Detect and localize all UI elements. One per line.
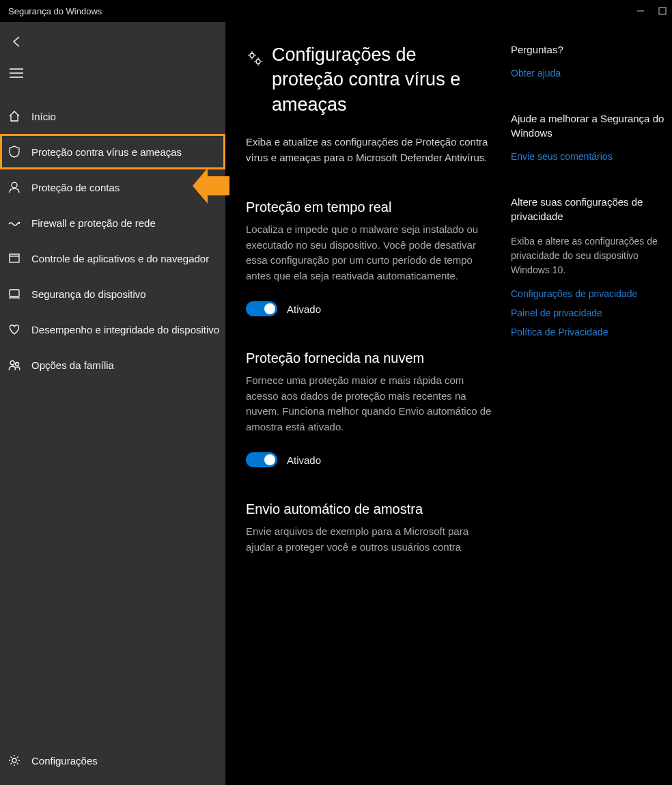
svg-point-6 <box>9 223 10 224</box>
section-desc-sample: Envie arquivos de exemplo para a Microso… <box>246 524 492 555</box>
sidebar-item-home[interactable]: Início <box>0 98 225 134</box>
heart-icon <box>7 322 22 337</box>
page-title: Configurações de proteção contra vírus e… <box>272 42 492 117</box>
device-icon <box>7 286 22 301</box>
back-button[interactable] <box>0 26 225 57</box>
toggle-cloud-state: Ativado <box>287 454 321 466</box>
section-heading-cloud: Proteção fornecida na nuvem <box>246 350 492 366</box>
svg-rect-8 <box>10 254 19 262</box>
hamburger-button[interactable] <box>0 57 225 89</box>
app-icon <box>7 251 22 266</box>
sidebar-item-label: Desempenho e integridade do dispositivo <box>31 324 219 335</box>
content-area: Configurações de proteção contra vírus e… <box>225 22 672 785</box>
sidebar-item-settings[interactable]: Configurações <box>0 743 225 778</box>
sidebar-item-account-protection[interactable]: Proteção de contas <box>0 169 225 205</box>
section-desc-cloud: Fornece uma proteção maior e mais rápida… <box>246 373 492 435</box>
svg-point-13 <box>16 363 19 366</box>
shield-icon <box>7 144 22 159</box>
window-title: Segurança do Windows <box>8 6 102 16</box>
svg-rect-1 <box>659 8 666 14</box>
svg-point-5 <box>12 182 17 188</box>
network-icon <box>7 215 22 230</box>
aside-heading-questions: Perguntas? <box>511 42 668 57</box>
svg-point-12 <box>10 361 14 365</box>
svg-point-15 <box>250 53 254 57</box>
link-send-feedback[interactable]: Envie seus comentários <box>511 151 668 162</box>
sidebar-item-family[interactable]: Opções da família <box>0 347 225 383</box>
settings-gear-icon <box>246 49 264 67</box>
sidebar-item-label: Controle de aplicativos e do navegador <box>31 253 209 264</box>
section-desc-realtime: Localiza e impede que o malware seja ins… <box>246 222 492 284</box>
sidebar-item-app-control[interactable]: Controle de aplicativos e do navegador <box>0 240 225 276</box>
svg-point-7 <box>18 223 20 224</box>
sidebar-item-label: Firewall e proteção de rede <box>31 217 156 229</box>
sidebar-item-virus-protection[interactable]: Proteção contra vírus e ameaças <box>0 134 225 169</box>
sidebar-item-device-health[interactable]: Desempenho e integridade do dispositivo <box>0 312 225 347</box>
maximize-button[interactable] <box>658 7 667 15</box>
minimize-button[interactable] <box>636 7 645 15</box>
titlebar: Segurança do Windows <box>0 0 672 22</box>
sidebar-item-label: Opções da família <box>31 359 114 371</box>
link-get-help[interactable]: Obter ajuda <box>511 68 668 79</box>
aside-desc-privacy: Exiba e altere as configurações de priva… <box>511 234 668 277</box>
toggle-realtime-state: Ativado <box>287 303 321 315</box>
sidebar-item-device-security[interactable]: Segurança do dispositivo <box>0 276 225 312</box>
window-controls <box>636 7 667 15</box>
sidebar-item-label: Proteção contra vírus e ameaças <box>31 146 182 158</box>
sidebar-item-label: Proteção de contas <box>31 182 120 193</box>
section-heading-sample: Envio automático de amostra <box>246 501 492 517</box>
link-privacy-dashboard[interactable]: Painel de privacidade <box>511 307 668 318</box>
sidebar: Início Proteção contra vírus e ameaças P… <box>0 22 225 785</box>
sidebar-item-firewall[interactable]: Firewall e proteção de rede <box>0 205 225 240</box>
gear-icon <box>7 753 22 768</box>
family-icon <box>7 357 22 372</box>
svg-point-14 <box>12 758 16 762</box>
sidebar-item-label: Configurações <box>31 755 98 767</box>
section-heading-realtime: Proteção em tempo real <box>246 199 492 215</box>
toggle-cloud[interactable] <box>246 452 277 467</box>
svg-rect-10 <box>10 290 19 297</box>
toggle-realtime[interactable] <box>246 301 277 316</box>
link-privacy-policy[interactable]: Política de Privacidade <box>511 327 668 338</box>
aside-heading-improve: Ajude a melhorar a Segurança do Windows <box>511 111 668 140</box>
link-privacy-settings[interactable]: Configurações de privacidade <box>511 288 668 299</box>
person-icon <box>7 180 22 195</box>
aside-heading-privacy: Altere suas configurações de privacidade <box>511 195 668 223</box>
home-icon <box>7 109 22 124</box>
svg-point-16 <box>256 59 260 64</box>
sidebar-item-label: Início <box>31 111 56 122</box>
sidebar-item-label: Segurança do dispositivo <box>31 288 146 300</box>
page-lead: Exiba e atualize as configurações de Pro… <box>246 135 492 165</box>
